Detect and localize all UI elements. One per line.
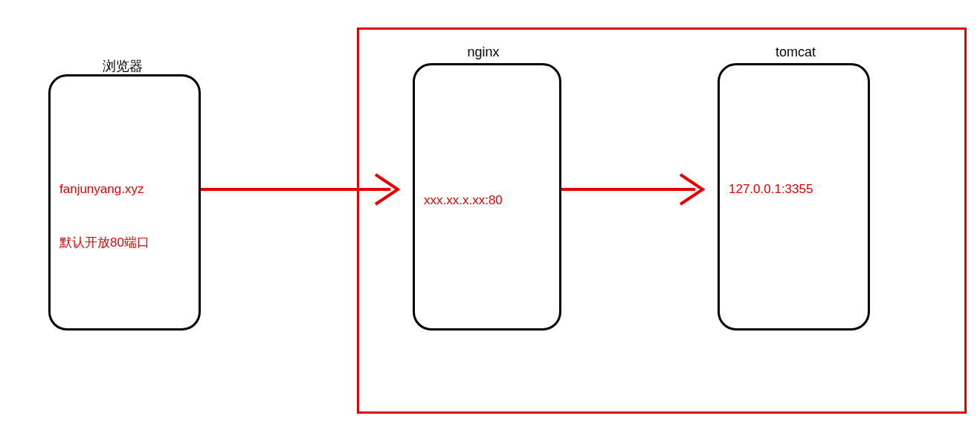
tomcat-box [718,63,870,331]
nginx-label: nginx [454,45,513,60]
browser-box [48,74,201,331]
network-diagram: 浏览器 fanjunyang.xyz 默认开放80端口 nginx xxx.xx… [0,0,980,433]
browser-domain-text: fanjunyang.xyz [59,182,144,197]
nginx-address-text: xxx.xx.x.xx:80 [424,193,503,208]
browser-port-note: 默认开放80端口 [59,234,149,251]
tomcat-label: tomcat [758,45,833,60]
browser-label: 浏览器 [89,57,156,75]
arrow-nginx-to-tomcat [561,167,718,212]
tomcat-address-text: 127.0.0.1:3355 [729,182,813,197]
arrow-browser-to-nginx [201,167,413,212]
